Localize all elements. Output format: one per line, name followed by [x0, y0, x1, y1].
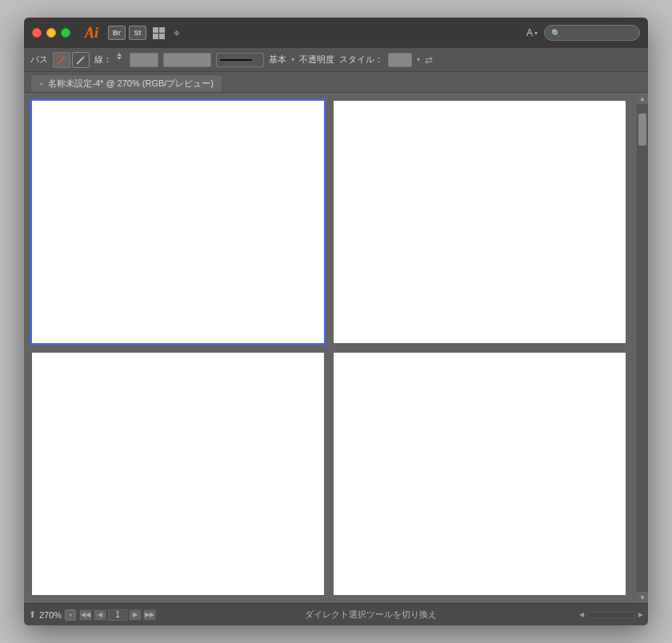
stock-icon[interactable]: St — [129, 26, 146, 40]
tab-close-button[interactable]: × — [39, 80, 43, 88]
stroke-color-swatch[interactable] — [130, 53, 158, 67]
zoom-dropdown[interactable]: ▾ — [65, 609, 76, 621]
status-right: ◀ ▶ — [579, 611, 643, 618]
zoom-display: 270% ▾ — [39, 609, 76, 621]
style-dropdown-arrow[interactable]: ▾ — [417, 56, 420, 63]
nav-prev-button[interactable]: ◀ — [94, 609, 106, 621]
app-icon: Ai — [85, 25, 98, 42]
kihon-label: 基本 — [269, 54, 286, 66]
pen-tool-alt-button[interactable] — [72, 52, 90, 68]
zoom-value: 270% — [39, 610, 63, 620]
status-message: ダイレクト選択ツールを切り換え — [166, 609, 576, 621]
arrange-menu[interactable]: A ▾ — [526, 27, 538, 38]
nav-next-button[interactable]: ▶ — [129, 609, 142, 621]
title-bar-right: A ▾ 🔍 — [526, 25, 640, 41]
scroll-down-button[interactable]: ▼ — [637, 592, 648, 603]
scroll-track[interactable] — [637, 104, 648, 592]
line-style-dropdown[interactable] — [216, 53, 264, 67]
close-button[interactable] — [32, 28, 42, 38]
status-left-nav[interactable]: ◀ — [579, 611, 584, 618]
more-options-icon[interactable]: ⇄ — [425, 54, 433, 66]
brush-tool-icon[interactable]: ⌖ — [174, 26, 180, 40]
scroll-down-arrow: ▼ — [639, 594, 646, 601]
search-icon: 🔍 — [551, 29, 561, 38]
maximize-button[interactable] — [61, 28, 70, 38]
status-right-nav[interactable]: ▶ — [638, 611, 643, 618]
line-preview — [220, 59, 252, 61]
status-bar: ⬆ 270% ▾ ◀◀ ◀ 1 ▶ ▶▶ ダイレクト選択ツールを切り換え ◀ ▶ — [24, 603, 648, 625]
tab-bar: × 名称未設定-4* @ 270% (RGB/プレビュー) — [24, 72, 648, 93]
app-window: Ai Br St ⌖ A ▾ 🔍 — [24, 18, 648, 625]
artboard-1[interactable] — [32, 101, 324, 343]
kihon-dropdown-arrow[interactable]: ▾ — [291, 56, 294, 63]
scroll-up-button[interactable]: ▲ — [637, 93, 648, 104]
artboard-3[interactable] — [32, 353, 324, 595]
nav-last-button[interactable]: ▶▶ — [143, 609, 156, 621]
zoom-dropdown-arrow: ▾ — [70, 612, 72, 617]
arrange-dropdown-arrow: ▾ — [534, 30, 538, 37]
toolbar: パス 線： 基本 ▾ — [24, 48, 648, 72]
app-icons-group: Br St ⌖ — [108, 26, 180, 40]
grid-view-icon[interactable] — [150, 26, 167, 40]
title-bar: Ai Br St ⌖ A ▾ 🔍 — [24, 18, 648, 48]
artboards-container — [32, 101, 626, 595]
document-tab[interactable]: × 名称未設定-4* @ 270% (RGB/プレビュー) — [30, 74, 222, 92]
status-progress-bar — [587, 612, 635, 618]
fill-color-swatch[interactable] — [163, 53, 211, 67]
minimize-button[interactable] — [46, 28, 56, 38]
scroll-up-arrow: ▲ — [639, 95, 646, 102]
pen-tool-button[interactable] — [53, 52, 70, 68]
tab-title: 名称未設定-4* @ 270% (RGB/プレビュー) — [48, 78, 214, 90]
nav-first-button[interactable]: ◀◀ — [79, 609, 92, 621]
svg-line-2 — [77, 57, 84, 64]
stroke-width-spinner[interactable] — [117, 53, 125, 67]
scroll-thumb[interactable] — [638, 114, 646, 146]
nav-buttons: ◀◀ ◀ 1 ▶ ▶▶ — [79, 609, 156, 621]
page-number[interactable]: 1 — [108, 609, 127, 621]
svg-line-0 — [58, 57, 65, 64]
canvas-scroll-area[interactable] — [24, 93, 637, 603]
pen-tool-group — [53, 52, 90, 68]
style-swatch[interactable] — [388, 53, 412, 67]
vertical-scrollbar[interactable]: ▲ ▼ — [637, 93, 648, 603]
artboard-2[interactable] — [334, 101, 626, 343]
stroke-label: 線： — [94, 54, 112, 66]
traffic-lights — [32, 28, 70, 38]
style-label: スタイル： — [339, 54, 383, 66]
opacity-label: 不透明度 — [299, 54, 334, 66]
artboard-4[interactable] — [334, 353, 626, 595]
status-share-icon[interactable]: ⬆ — [29, 609, 36, 620]
bridge-icon[interactable]: Br — [108, 26, 126, 40]
path-label: パス — [30, 54, 48, 66]
canvas-area: ▲ ▼ — [24, 93, 648, 603]
search-box[interactable]: 🔍 — [544, 25, 640, 41]
